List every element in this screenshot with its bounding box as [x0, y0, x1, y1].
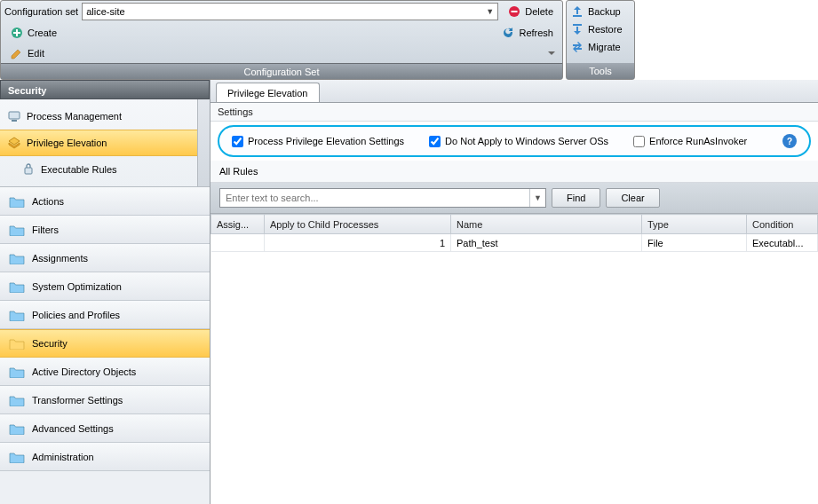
folder-icon [9, 394, 25, 406]
tab-bar: Privilege Elevation [210, 80, 818, 103]
nav-item-advanced-settings[interactable]: Advanced Settings [0, 414, 210, 443]
find-button[interactable]: Find [552, 188, 600, 208]
chevron-down-icon: ▼ [486, 7, 494, 16]
refresh-label: Refresh [519, 28, 553, 38]
nav-item-actions[interactable]: Actions [0, 187, 210, 216]
create-label: Create [28, 28, 57, 38]
search-dropdown-icon[interactable]: ▼ [529, 189, 545, 207]
migrate-icon [570, 40, 584, 54]
nav-item-assignments[interactable]: Assignments [0, 244, 210, 272]
folder-icon [9, 337, 25, 350]
tree-item-label: Privilege Elevation [27, 138, 107, 148]
checkbox-no-server-os[interactable]: Do Not Apply to Windows Server OSs [429, 136, 608, 147]
edit-button[interactable]: Edit [4, 44, 50, 62]
configuration-set-panel: Configuration set alice-site ▼ Delete Cr… [0, 0, 563, 80]
checkbox-process-privilege[interactable]: Process Privilege Elevation Settings [232, 136, 404, 147]
refresh-icon [501, 26, 515, 40]
tree-item-executable-rules[interactable]: Executable Rules [0, 156, 210, 183]
backup-button[interactable]: Backup [570, 3, 631, 20]
delete-button[interactable]: Delete [502, 3, 559, 20]
rules-grid[interactable]: Assig...Apply to Child ProcessesNameType… [210, 214, 818, 504]
column-header[interactable]: Condition [747, 215, 818, 234]
svg-rect-5 [573, 15, 582, 17]
restore-label: Restore [588, 24, 623, 35]
svg-rect-8 [12, 120, 17, 122]
grid-header-row: Assig...Apply to Child ProcessesNameType… [211, 215, 818, 234]
folder-icon [9, 195, 25, 208]
config-set-label: Configuration set [4, 6, 78, 17]
sidebar-header: Security [0, 80, 210, 99]
checkbox-runasinvoker-input[interactable] [633, 136, 645, 147]
nav-item-transformer-settings[interactable]: Transformer Settings [0, 386, 210, 414]
tree-item-icon [7, 109, 21, 123]
nav-item-label: Transformer Settings [32, 395, 123, 406]
nav-item-system-optimization[interactable]: System Optimization [0, 272, 210, 301]
table-row[interactable]: 1Path_testFileExecutabl... [211, 234, 818, 252]
edit-icon [10, 46, 24, 60]
refresh-button[interactable]: Refresh [496, 24, 559, 42]
settings-highlight-row: Process Privilege Elevation Settings Do … [218, 125, 811, 157]
tree-item-process-management[interactable]: Process Management [0, 103, 210, 130]
nav-item-security[interactable]: Security [0, 329, 210, 358]
svg-rect-9 [25, 168, 32, 174]
tree-item-label: Process Management [27, 111, 122, 122]
folder-icon [9, 280, 25, 293]
column-header[interactable]: Type [642, 215, 747, 234]
folder-icon [9, 422, 25, 435]
migrate-button[interactable]: Migrate [570, 38, 631, 56]
create-button[interactable]: Create [4, 24, 62, 42]
edit-label: Edit [28, 48, 44, 59]
nav-item-label: Advanced Settings [32, 423, 114, 434]
cell-apply: 1 [265, 234, 451, 252]
config-set-dropdown[interactable]: alice-site ▼ [82, 3, 498, 20]
nav-item-label: Administration [32, 452, 94, 462]
column-header[interactable]: Name [451, 215, 642, 234]
cell-type: File [642, 234, 747, 252]
sidebar-nav: ActionsFiltersAssignmentsSystem Optimiza… [0, 186, 210, 504]
nav-item-label: System Optimization [32, 281, 122, 292]
folder-icon [9, 366, 25, 378]
checkbox-process-privilege-input[interactable] [232, 136, 243, 147]
tools-panel: Backup Restore Migrate Tools [566, 0, 635, 80]
config-panel-title: Configuration Set [1, 63, 562, 79]
search-row: ▼ Find Clear [210, 183, 818, 214]
nav-item-policies-and-profiles[interactable]: Policies and Profiles [0, 301, 210, 329]
column-header[interactable]: Apply to Child Processes [265, 215, 451, 234]
cell-assign [211, 234, 265, 252]
delete-icon [507, 4, 521, 19]
checkbox-no-server-os-input[interactable] [429, 136, 441, 147]
tree-item-icon [7, 136, 21, 150]
delete-label: Delete [525, 6, 553, 17]
help-icon[interactable]: ? [782, 134, 797, 148]
nav-item-filters[interactable]: Filters [0, 216, 210, 244]
checkbox-runasinvoker[interactable]: Enforce RunAsInvoker [633, 136, 747, 147]
tools-panel-title: Tools [567, 63, 634, 79]
svg-rect-4 [13, 32, 20, 34]
column-header[interactable]: Assig... [211, 215, 265, 234]
tab-privilege-elevation[interactable]: Privilege Elevation [216, 83, 320, 102]
tree-item-privilege-elevation[interactable]: Privilege Elevation [0, 130, 210, 156]
nav-item-label: Security [32, 338, 68, 349]
search-box[interactable]: ▼ [219, 188, 546, 208]
nav-item-active-directory-objects[interactable]: Active Directory Objects [0, 358, 210, 386]
create-icon [10, 26, 24, 40]
checkbox-process-privilege-label: Process Privilege Elevation Settings [248, 136, 404, 146]
content-area: Privilege Elevation Settings Process Pri… [210, 80, 818, 504]
clear-button[interactable]: Clear [606, 188, 659, 208]
checkbox-runasinvoker-label: Enforce RunAsInvoker [649, 136, 747, 146]
restore-icon [570, 22, 584, 36]
checkbox-no-server-os-label: Do Not Apply to Windows Server OSs [445, 136, 608, 146]
panel-menu-icon[interactable] [544, 46, 559, 60]
config-set-value: alice-site [86, 6, 124, 17]
nav-item-administration[interactable]: Administration [0, 443, 210, 471]
settings-group-label: Settings [210, 103, 818, 122]
folder-icon [9, 451, 25, 463]
svg-rect-7 [9, 112, 20, 119]
folder-icon [9, 224, 25, 236]
nav-item-label: Policies and Profiles [32, 310, 120, 320]
search-input[interactable] [220, 189, 529, 207]
nav-item-label: Filters [32, 224, 59, 235]
all-rules-label: All Rules [210, 161, 818, 183]
restore-button[interactable]: Restore [570, 20, 631, 38]
nav-item-label: Active Directory Objects [32, 366, 136, 377]
